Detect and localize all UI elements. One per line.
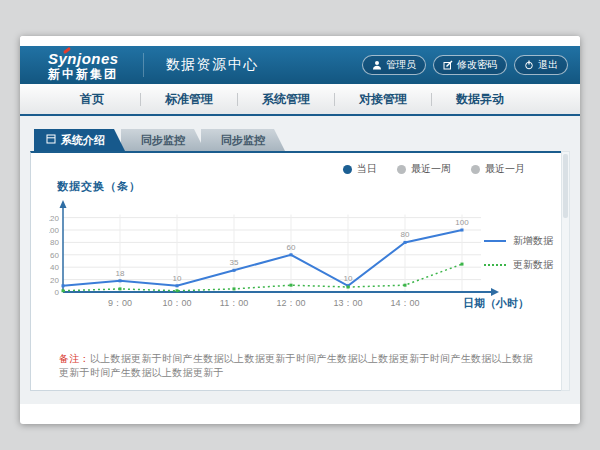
svg-text:10：00: 10：00 xyxy=(162,298,191,308)
radio-last-month[interactable]: 最近一月 xyxy=(471,162,525,176)
tab-system-intro[interactable]: 系统介绍 xyxy=(34,129,125,151)
logo-subtext: 新中新集团 xyxy=(48,68,119,80)
svg-text:120: 120 xyxy=(49,214,60,223)
screenshot-stage: Synjones 新中新集团 数据资源中心 管理员 修改密码 xyxy=(0,0,600,450)
footnote: 备注：以上数据更新于时间产生数据以上数据更新于时间产生数据以上数据更新于时间产生… xyxy=(59,352,569,380)
time-range-filters: 当日 最近一周 最近一月 xyxy=(343,162,525,176)
legend-item-updated-data: 更新数据 xyxy=(484,258,553,272)
user-button[interactable]: 管理员 xyxy=(362,55,426,75)
footnote-text: 以上数据更新于时间产生数据以上数据更新于时间产生数据以上数据更新于时间产生数据以… xyxy=(59,353,533,378)
content-area: 系统介绍 同步监控 同步监控 当日 最近一周 xyxy=(20,116,580,404)
user-icon xyxy=(372,60,382,70)
change-password-label: 修改密码 xyxy=(457,58,497,72)
company-logo: Synjones 新中新集团 xyxy=(48,51,119,80)
nav-item-data-change[interactable]: 数据异动 xyxy=(432,91,528,108)
radio-label: 最近一周 xyxy=(411,162,451,176)
dotted-line-swatch xyxy=(484,264,506,266)
radio-unselected-icon xyxy=(471,165,480,174)
svg-text:14：00: 14：00 xyxy=(390,298,419,308)
scrollbar-thumb[interactable] xyxy=(563,154,568,218)
svg-text:日期（小时）: 日期（小时） xyxy=(463,297,529,310)
main-nav: 首页 标准管理 系统管理 对接管理 数据异动 xyxy=(20,84,580,116)
svg-text:10: 10 xyxy=(344,274,353,283)
tab-sync-monitor-2[interactable]: 同步监控 xyxy=(201,129,285,151)
radio-label: 当日 xyxy=(357,162,377,176)
nav-item-interface-mgmt[interactable]: 对接管理 xyxy=(335,91,431,108)
chart-panel: 当日 最近一周 最近一月 数据交换（条） 0204060801001209：00… xyxy=(30,151,570,391)
page-top-strip xyxy=(20,36,580,46)
svg-text:9：00: 9：00 xyxy=(108,298,132,308)
svg-text:18: 18 xyxy=(116,269,125,278)
radio-unselected-icon xyxy=(397,165,406,174)
chart-legend: 新增数据 更新数据 xyxy=(484,234,553,282)
document-icon xyxy=(46,134,56,146)
svg-text:12：00: 12：00 xyxy=(276,298,305,308)
svg-text:0: 0 xyxy=(55,288,60,297)
chart-row: 0204060801001209：0010：0011：0012：0013：001… xyxy=(49,196,569,332)
nav-item-home[interactable]: 首页 xyxy=(44,91,140,108)
tab-label: 同步监控 xyxy=(221,133,265,148)
solid-line-swatch xyxy=(484,240,506,242)
tab-sync-monitor-1[interactable]: 同步监控 xyxy=(121,129,205,151)
svg-text:35: 35 xyxy=(230,258,239,267)
line-chart: 0204060801001209：0010：0011：0012：0013：001… xyxy=(49,196,533,328)
svg-text:100: 100 xyxy=(49,226,60,235)
svg-text:80: 80 xyxy=(50,238,59,247)
panel-tabs: 系统介绍 同步监控 同步监控 xyxy=(30,129,570,151)
svg-text:10: 10 xyxy=(173,274,182,283)
panel-scrollbar[interactable] xyxy=(561,151,570,391)
svg-text:60: 60 xyxy=(287,243,296,252)
nav-item-standard-mgmt[interactable]: 标准管理 xyxy=(141,91,237,108)
logout-label: 退出 xyxy=(538,58,558,72)
change-password-button[interactable]: 修改密码 xyxy=(433,55,507,75)
logout-button[interactable]: 退出 xyxy=(514,55,568,75)
svg-text:13：00: 13：00 xyxy=(333,298,362,308)
nav-item-system-mgmt[interactable]: 系统管理 xyxy=(238,91,334,108)
user-button-label: 管理员 xyxy=(386,58,416,72)
page-title: 数据资源中心 xyxy=(143,53,259,77)
logo-text: Synjones xyxy=(48,51,119,66)
legend-label: 新增数据 xyxy=(513,234,553,248)
tab-label: 同步监控 xyxy=(141,133,185,148)
svg-text:100: 100 xyxy=(455,218,469,227)
svg-text:60: 60 xyxy=(50,251,59,260)
app-header: Synjones 新中新集团 数据资源中心 管理员 修改密码 xyxy=(20,46,580,84)
radio-today[interactable]: 当日 xyxy=(343,162,377,176)
radio-selected-icon xyxy=(343,165,352,174)
power-icon xyxy=(524,60,534,70)
radio-last-week[interactable]: 最近一周 xyxy=(397,162,451,176)
svg-text:20: 20 xyxy=(50,276,59,285)
svg-text:40: 40 xyxy=(50,263,59,272)
chart-y-axis-title: 数据交换（条） xyxy=(57,179,569,194)
svg-text:80: 80 xyxy=(401,230,410,239)
radio-label: 最近一月 xyxy=(485,162,525,176)
legend-label: 更新数据 xyxy=(513,258,553,272)
legend-item-new-data: 新增数据 xyxy=(484,234,553,248)
app-window: Synjones 新中新集团 数据资源中心 管理员 修改密码 xyxy=(20,36,580,424)
tab-label: 系统介绍 xyxy=(61,133,105,148)
edit-icon xyxy=(443,60,453,70)
svg-text:11：00: 11：00 xyxy=(220,298,248,308)
header-actions: 管理员 修改密码 退出 xyxy=(362,55,568,75)
footnote-label: 备注： xyxy=(59,353,90,364)
